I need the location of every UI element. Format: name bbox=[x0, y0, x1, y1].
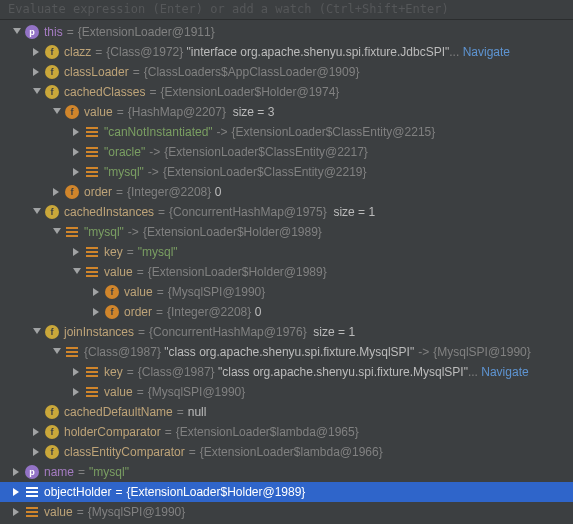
collapse-arrow-icon[interactable] bbox=[70, 145, 84, 159]
map-key: "oracle" bbox=[104, 145, 145, 159]
collapse-arrow-icon[interactable] bbox=[30, 65, 44, 79]
collapse-arrow-icon[interactable] bbox=[30, 425, 44, 439]
tree-row-key[interactable]: key = "mysql" bbox=[0, 242, 573, 262]
expand-arrow-icon[interactable] bbox=[30, 205, 44, 219]
entry-icon bbox=[84, 384, 100, 400]
tree-row-key[interactable]: key = {Class@1987} "class org.apache.she… bbox=[0, 362, 573, 382]
var-value: {ExtensionLoader$Holder@1974} bbox=[160, 85, 339, 99]
entry-icon bbox=[84, 144, 100, 160]
arrow-icon: -> bbox=[128, 225, 139, 239]
tree-row-classloader[interactable]: f classLoader = {ClassLoaders$AppClassLo… bbox=[0, 62, 573, 82]
tree-row-value-inner[interactable]: f value = {MysqlSPI@1990} bbox=[0, 282, 573, 302]
expand-arrow-icon[interactable] bbox=[10, 25, 24, 39]
svg-marker-5 bbox=[73, 128, 79, 136]
collapse-arrow-icon[interactable] bbox=[10, 465, 24, 479]
map-key-text: "class org.apache.shenyu.spi.fixture.Mys… bbox=[164, 345, 414, 359]
svg-marker-7 bbox=[73, 168, 79, 176]
tree-row-cacheddefaultname[interactable]: f cachedDefaultName = null bbox=[0, 402, 573, 422]
svg-marker-13 bbox=[93, 288, 99, 296]
svg-marker-0 bbox=[13, 28, 21, 34]
expand-arrow-icon[interactable] bbox=[50, 225, 64, 239]
collapse-arrow-icon[interactable] bbox=[70, 125, 84, 139]
var-name: classLoader bbox=[64, 65, 129, 79]
expand-arrow-icon[interactable] bbox=[50, 345, 64, 359]
tree-row-entry[interactable]: "canNotInstantiated" -> {ExtensionLoader… bbox=[0, 122, 573, 142]
var-value: {Integer@2208} bbox=[127, 185, 211, 199]
var-value: {MysqlSPI@1990} bbox=[88, 505, 186, 519]
collapse-arrow-icon[interactable] bbox=[90, 305, 104, 319]
collapse-arrow-icon[interactable] bbox=[50, 185, 64, 199]
svg-marker-17 bbox=[73, 368, 79, 376]
var-name: objectHolder bbox=[44, 485, 111, 499]
field-icon: f bbox=[44, 204, 60, 220]
var-value: {ConcurrentHashMap@1976} bbox=[149, 325, 307, 339]
var-value: {HashMap@2207} bbox=[128, 105, 226, 119]
collapse-arrow-icon[interactable] bbox=[10, 485, 24, 499]
map-key: "mysql" bbox=[104, 165, 144, 179]
navigate-link[interactable]: Navigate bbox=[481, 365, 528, 379]
tree-row-entry[interactable]: "oracle" -> {ExtensionLoader$ClassEntity… bbox=[0, 142, 573, 162]
tree-row-classentitycomparator[interactable]: f classEntityComparator = {ExtensionLoad… bbox=[0, 442, 573, 462]
collapse-arrow-icon[interactable] bbox=[10, 505, 24, 519]
svg-marker-20 bbox=[33, 448, 39, 456]
field-icon: f bbox=[44, 424, 60, 440]
expand-arrow-icon[interactable] bbox=[70, 265, 84, 279]
var-name: value bbox=[104, 385, 133, 399]
tree-row-holdercomparator[interactable]: f holderComparator = {ExtensionLoader$la… bbox=[0, 422, 573, 442]
tree-row-joininstances[interactable]: f joinInstances = {ConcurrentHashMap@197… bbox=[0, 322, 573, 342]
var-value: {MysqlSPI@1990} bbox=[148, 385, 246, 399]
arrow-icon: -> bbox=[418, 345, 429, 359]
tree-row-entry[interactable]: "mysql" -> {ExtensionLoader$Holder@1989} bbox=[0, 222, 573, 242]
var-text: 0 bbox=[255, 305, 262, 319]
tree-row-name[interactable]: p name = "mysql" bbox=[0, 462, 573, 482]
tree-row-order-inner[interactable]: f order = {Integer@2208} 0 bbox=[0, 302, 573, 322]
tree-row-entry[interactable]: {Class@1987} "class org.apache.shenyu.sp… bbox=[0, 342, 573, 362]
var-name: classEntityComparator bbox=[64, 445, 185, 459]
tree-row-value[interactable]: value = {ExtensionLoader$Holder@1989} bbox=[0, 262, 573, 282]
svg-marker-19 bbox=[33, 428, 39, 436]
svg-marker-4 bbox=[53, 108, 61, 114]
tree-row-entry[interactable]: "mysql" -> {ExtensionLoader$ClassEntity@… bbox=[0, 162, 573, 182]
collapse-arrow-icon[interactable] bbox=[70, 365, 84, 379]
svg-marker-18 bbox=[73, 388, 79, 396]
tree-row-cachedinstances[interactable]: f cachedInstances = {ConcurrentHashMap@1… bbox=[0, 202, 573, 222]
tree-row-cachedclasses[interactable]: f cachedClasses = {ExtensionLoader$Holde… bbox=[0, 82, 573, 102]
var-value: {MysqlSPI@1990} bbox=[168, 285, 266, 299]
map-value: {MysqlSPI@1990} bbox=[433, 345, 531, 359]
var-name: value bbox=[124, 285, 153, 299]
collapse-arrow-icon[interactable] bbox=[70, 165, 84, 179]
tree-row-this[interactable]: p this = {ExtensionLoader@1911} bbox=[0, 22, 573, 42]
tree-row-clazz[interactable]: f clazz = {Class@1972} "interface org.ap… bbox=[0, 42, 573, 62]
var-value: {ExtensionLoader$lambda@1966} bbox=[200, 445, 383, 459]
expand-arrow-icon[interactable] bbox=[30, 325, 44, 339]
var-name: clazz bbox=[64, 45, 91, 59]
tree-row-value-hashmap[interactable]: f value = {HashMap@2207} size = 3 bbox=[0, 102, 573, 122]
var-name: joinInstances bbox=[64, 325, 134, 339]
entry-icon bbox=[84, 264, 100, 280]
collapse-arrow-icon[interactable] bbox=[30, 45, 44, 59]
var-name: order bbox=[124, 305, 152, 319]
tree-row-order[interactable]: f order = {Integer@2208} 0 bbox=[0, 182, 573, 202]
field-icon: f bbox=[44, 404, 60, 420]
svg-marker-12 bbox=[73, 268, 81, 274]
collapse-arrow-icon[interactable] bbox=[90, 285, 104, 299]
var-name: cachedDefaultName bbox=[64, 405, 173, 419]
collapse-arrow-icon[interactable] bbox=[70, 385, 84, 399]
var-value: {ConcurrentHashMap@1975} bbox=[169, 205, 327, 219]
evaluate-hint[interactable]: Evaluate expression (Enter) or add a wat… bbox=[0, 0, 573, 20]
field-icon: f bbox=[44, 324, 60, 340]
tree-row-value[interactable]: value = {MysqlSPI@1990} bbox=[0, 382, 573, 402]
collapse-arrow-icon[interactable] bbox=[30, 445, 44, 459]
map-value: {ExtensionLoader$Holder@1989} bbox=[143, 225, 322, 239]
expand-arrow-icon[interactable] bbox=[30, 85, 44, 99]
navigate-link[interactable]: Navigate bbox=[463, 45, 510, 59]
map-key: "canNotInstantiated" bbox=[104, 125, 213, 139]
tree-row-objectholder[interactable]: objectHolder = {ExtensionLoader$Holder@1… bbox=[0, 482, 573, 502]
tree-row-value-bottom[interactable]: value = {MysqlSPI@1990} bbox=[0, 502, 573, 522]
collapse-arrow-icon[interactable] bbox=[70, 245, 84, 259]
svg-marker-6 bbox=[73, 148, 79, 156]
field-icon: f bbox=[44, 64, 60, 80]
expand-arrow-icon[interactable] bbox=[50, 105, 64, 119]
var-name: value bbox=[84, 105, 113, 119]
var-text: "class org.apache.shenyu.spi.fixture.Mys… bbox=[218, 365, 468, 379]
